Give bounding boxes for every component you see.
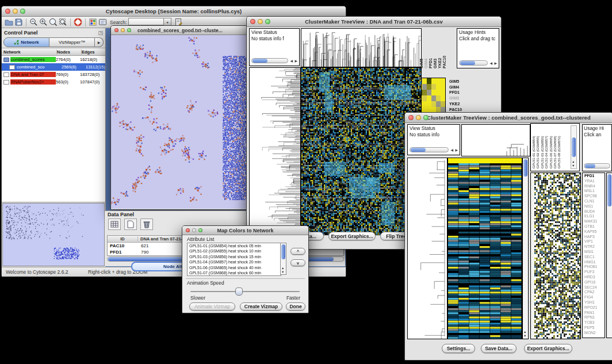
more-tabs-icon[interactable]: ▶ — [95, 37, 104, 47]
zoom-in-icon[interactable] — [39, 18, 48, 27]
scroll-right-icon[interactable]: ▶ — [494, 61, 497, 66]
tab-network[interactable]: Network — [3, 37, 49, 47]
array-column-label[interactable]: GPL51-02 (GSM855) — [536, 125, 540, 168]
scroll-up-icon[interactable]: ▲ — [523, 330, 526, 334]
zoom-window-icon[interactable] — [423, 115, 429, 120]
dialog-titlebar[interactable]: Map Colors to Network — [182, 226, 308, 235]
new-attribute-icon[interactable] — [124, 219, 137, 230]
attribute-list-item[interactable]: GPL51-02 (GSM855) heat shock 10 min — [188, 248, 281, 254]
window-controls[interactable] — [114, 28, 131, 32]
gene-label[interactable]: PEP5 — [584, 325, 605, 331]
scroll-left-icon[interactable]: ◀ — [290, 59, 293, 63]
window-controls[interactable] — [186, 228, 202, 232]
treeview-combined-titlebar[interactable]: ClusterMaker TreeView : combined_scores_… — [405, 113, 612, 123]
gene-label[interactable]: YKE2 — [438, 35, 442, 68]
scrollbar-thumb[interactable] — [281, 244, 285, 259]
scroll-right-icon[interactable]: ▶ — [294, 59, 297, 63]
tv1-heatmap-canvas[interactable] — [301, 67, 422, 235]
tv2-heatmap-canvas[interactable] — [447, 158, 522, 339]
gene-label[interactable]: GPI16 — [584, 280, 605, 285]
gene-label[interactable]: PAC10 — [449, 107, 462, 113]
gene-label[interactable]: SEC1 — [584, 255, 605, 260]
scrollbar-thumb[interactable] — [460, 61, 475, 65]
open-file-icon[interactable] — [4, 18, 14, 27]
gene-label[interactable]: CPA2 — [584, 290, 605, 295]
export-graphics-button[interactable]: Export Graphics... — [328, 232, 376, 240]
gene-label[interactable]: PFD1 — [449, 90, 462, 95]
gene-label[interactable]: SPC98 — [584, 194, 605, 199]
close-icon[interactable] — [114, 28, 118, 32]
minimize-icon[interactable] — [192, 228, 196, 232]
zoom-window-icon[interactable] — [20, 9, 25, 14]
attribute-list-item[interactable]: GPL51-04 (GSM857) heat shock 20 min — [188, 259, 281, 265]
network-table-row[interactable]: DNA and Tran 07 769(0) 183728(0) — [2, 71, 105, 78]
gene-label[interactable]: VIP1 — [584, 239, 605, 244]
gene-label[interactable]: GIM4 — [424, 35, 429, 68]
gene-label[interactable]: MSI1 — [584, 250, 605, 255]
gene-label[interactable]: RPN1 — [584, 315, 605, 320]
network-overview-canvas[interactable] — [2, 203, 105, 266]
scroll-left-icon[interactable]: ◀ — [450, 148, 453, 152]
tv2-zoom-heatmap-canvas[interactable] — [530, 173, 581, 339]
tv2-col-dendrogram-canvas[interactable] — [461, 124, 530, 156]
minimize-icon[interactable] — [416, 115, 421, 120]
minimize-icon[interactable] — [13, 9, 18, 14]
create-vizmap-button[interactable]: Create Vizmap — [240, 302, 282, 311]
gene-label[interactable]: HMG1 — [584, 260, 605, 265]
gene-label[interactable]: GIM5 — [419, 35, 424, 68]
main-titlebar[interactable]: Cytoscape Desktop (Session Name: collins… — [2, 6, 346, 17]
gene-label[interactable]: HRD3 — [584, 275, 605, 280]
gene-label[interactable]: GIM4 — [449, 85, 462, 90]
tv2-gene-vscrollbar[interactable] — [606, 173, 612, 338]
tv2-row-dendrogram-canvas[interactable] — [407, 158, 447, 339]
save-data-button[interactable]: Save Data... — [481, 344, 517, 353]
gene-label[interactable]: NTR2 — [584, 244, 605, 250]
gene-label[interactable]: ELG1 — [584, 214, 605, 219]
save-icon[interactable] — [14, 18, 24, 27]
select-attributes-icon[interactable] — [108, 219, 121, 230]
network-table-row[interactable]: combined_sco 2569(6) 13112(15) — [2, 63, 105, 71]
network-view-canvas[interactable] — [111, 35, 248, 209]
minimize-icon[interactable] — [258, 19, 263, 24]
gene-label[interactable]: PUF3 — [584, 270, 605, 275]
attribute-list-item[interactable]: GPL51-01 (GSM854) heat shock 05 min — [188, 243, 281, 248]
gene-label[interactable]: BUD4 — [584, 209, 605, 214]
close-icon[interactable] — [250, 19, 255, 24]
scroll-down-icon[interactable]: ▼ — [523, 334, 526, 338]
gene-label[interactable]: GIM3 — [433, 35, 438, 68]
scroll-down-icon[interactable]: ▼ — [281, 270, 284, 274]
zoom-window-icon[interactable] — [265, 19, 270, 24]
float-panel-icon[interactable]: ◳ — [98, 30, 103, 36]
gene-label[interactable]: HAP3 — [584, 235, 605, 240]
export-graphics-button[interactable]: Export Graphics... — [524, 344, 572, 353]
gene-label[interactable]: YSH1 — [584, 300, 605, 305]
gene-label[interactable]: YKE2 — [449, 101, 462, 107]
array-column-label[interactable]: GPL51-08 (GSM872) — [557, 125, 561, 168]
animate-vizmap-button[interactable]: Animate Vizmap — [189, 302, 235, 311]
zoom-out-icon[interactable] — [29, 18, 39, 27]
scrollbar-thumb[interactable] — [253, 59, 267, 63]
zoom-window-icon[interactable] — [127, 28, 131, 32]
gene-label[interactable]: PAC10 — [442, 35, 447, 68]
scroll-up-icon[interactable]: ▲ — [281, 266, 284, 270]
help-lifesaver-icon[interactable] — [73, 18, 83, 27]
gene-label[interactable]: GTB1 — [584, 224, 605, 229]
zoom-fit-icon[interactable] — [48, 18, 58, 27]
scroll-right-icon[interactable]: ▶ — [455, 148, 458, 152]
attribute-list-item[interactable]: GPL51-06 (GSM865) heat shock 40 min — [188, 265, 281, 270]
gene-label[interactable]: GIM5 — [449, 79, 462, 85]
scroll-up-icon[interactable]: ▲ — [572, 160, 575, 163]
attribute-list-item[interactable]: GPL51-07 (GSM868) heat shock 60 min — [188, 270, 281, 275]
delete-attribute-icon[interactable] — [140, 219, 153, 230]
gene-label[interactable]: MON2 — [584, 331, 605, 336]
gene-label[interactable]: YRA1 — [584, 179, 605, 184]
network-editor-icon[interactable] — [98, 18, 108, 27]
gene-label[interactable]: NIS1 — [584, 204, 605, 209]
scrollbar-thumb[interactable] — [585, 164, 595, 168]
scrollbar-thumb[interactable] — [411, 148, 426, 152]
gene-label[interactable]: KAP95 — [584, 229, 605, 235]
move-up-button[interactable]: ^ — [290, 248, 305, 255]
gene-label[interactable]: FIG4 — [584, 295, 605, 300]
minimize-icon[interactable] — [121, 28, 125, 32]
gene-label[interactable]: TCB3 — [584, 320, 605, 325]
